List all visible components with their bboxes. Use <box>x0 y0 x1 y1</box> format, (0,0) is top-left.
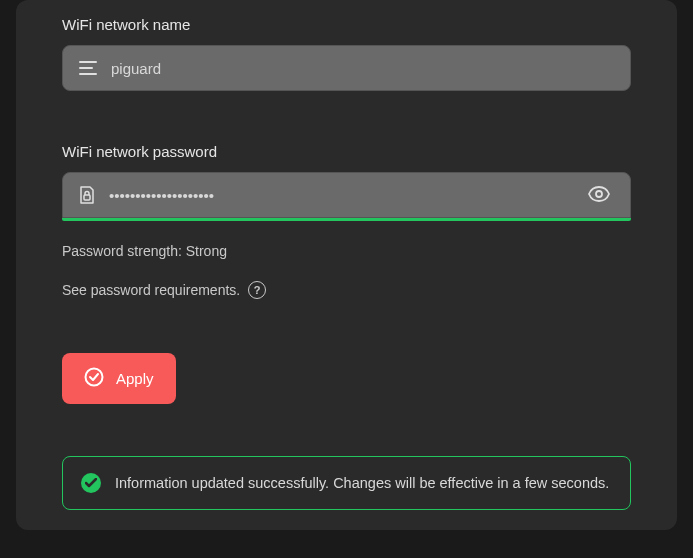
wifi-name-input[interactable] <box>111 60 614 77</box>
wifi-password-input-wrap[interactable] <box>62 172 631 218</box>
wifi-password-input[interactable] <box>109 187 584 204</box>
wifi-name-input-wrap[interactable] <box>62 45 631 91</box>
wifi-name-label: WiFi network name <box>62 16 631 33</box>
svg-point-5 <box>86 369 103 386</box>
apply-button-label: Apply <box>116 370 154 387</box>
wifi-password-label: WiFi network password <box>62 143 631 160</box>
help-icon[interactable]: ? <box>248 281 266 299</box>
password-requirements-text: See password requirements. <box>62 282 240 298</box>
menu-icon <box>79 61 97 75</box>
settings-panel: WiFi network name WiFi network password <box>16 0 677 530</box>
svg-point-4 <box>596 191 602 197</box>
password-strength-text: Password strength: Strong <box>62 243 631 259</box>
lock-file-icon <box>79 185 95 205</box>
success-banner: Information updated successfully. Change… <box>62 456 631 510</box>
password-strength-bar <box>62 218 631 221</box>
svg-rect-3 <box>84 195 90 200</box>
eye-icon <box>588 186 610 205</box>
check-circle-icon <box>84 367 104 390</box>
toggle-password-visibility-button[interactable] <box>584 182 614 209</box>
success-check-icon <box>81 473 101 493</box>
wifi-name-group: WiFi network name <box>62 0 631 91</box>
wifi-password-group: WiFi network password <box>62 127 631 299</box>
apply-button[interactable]: Apply <box>62 353 176 404</box>
password-requirements-row[interactable]: See password requirements. ? <box>62 281 631 299</box>
password-block <box>62 172 631 221</box>
success-message: Information updated successfully. Change… <box>115 475 609 491</box>
